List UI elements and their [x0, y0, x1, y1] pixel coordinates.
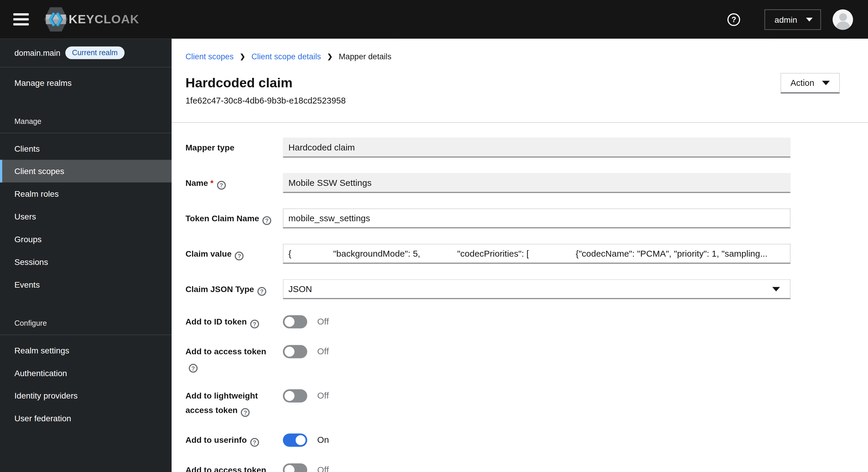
mapper-id: 1fe62c47-30c8-4db6-9b3b-e18cd2523958	[185, 96, 840, 106]
add-to-access-token-label: Add to access token?	[185, 344, 283, 373]
app: KEYCLOAK ? admin domain.main Current rea…	[0, 0, 868, 472]
add-to-userinfo-label: Add to userinfo?	[185, 433, 283, 447]
add-to-id-token-label: Add to ID token?	[185, 315, 283, 329]
help-question-icon[interactable]: ?	[250, 319, 259, 328]
user-dropdown[interactable]: admin	[765, 9, 821, 30]
claim-value-input[interactable]	[283, 244, 790, 264]
main-content: Client scopes ❯ Client scope details ❯ M…	[172, 39, 868, 472]
sidebar-item-clients[interactable]: Clients	[0, 137, 172, 160]
keycloak-hexagon-icon	[44, 6, 68, 32]
username: admin	[774, 15, 797, 24]
sidebar-group-manage: Manage Clients Client scopes Realm roles…	[0, 117, 172, 296]
sidebar-item-users[interactable]: Users	[0, 205, 172, 228]
breadcrumb-client-scopes[interactable]: Client scopes	[185, 52, 234, 61]
toggle-state-label: Off	[317, 389, 329, 403]
toggle-state-label: Off	[317, 463, 329, 472]
keycloak-logo: KEYCLOAK	[44, 6, 139, 32]
brand-text: KEYCLOAK	[68, 12, 139, 27]
page-title: Hardcoded claim	[185, 75, 840, 91]
add-to-lightweight-access-token-label: Add to lightweight access token?	[185, 389, 283, 417]
realm-name: domain.main	[14, 48, 61, 57]
sidebar-item-realm-roles[interactable]: Realm roles	[0, 182, 172, 205]
name-label: Name*?	[185, 176, 283, 190]
mapper-form: Mapper type Name*? Token Claim Name?	[172, 123, 868, 472]
sidebar-item-authentication[interactable]: Authentication	[0, 362, 172, 384]
sidebar-item-realm-settings[interactable]: Realm settings	[0, 339, 172, 362]
group-title-manage: Manage	[0, 117, 172, 125]
add-to-access-token-2-label: Add to access token	[185, 463, 283, 472]
sidebar-item-user-federation[interactable]: User federation	[0, 407, 172, 430]
sidebar: domain.main Current realm Manage realms …	[0, 39, 172, 472]
realm-selector[interactable]: domain.main Current realm	[0, 39, 172, 67]
sidebar-item-client-scopes[interactable]: Client scopes	[0, 160, 172, 182]
chevron-down-icon	[772, 287, 780, 292]
claim-json-type-label: Claim JSON Type?	[185, 282, 283, 297]
page-header: Client scopes ❯ Client scope details ❯ M…	[172, 39, 868, 123]
add-to-lightweight-access-token-toggle[interactable]	[283, 390, 307, 403]
form-row-add-to-lightweight-access-token: Add to lightweight access token? Off	[185, 389, 790, 417]
claim-json-type-select[interactable]: JSON	[283, 279, 790, 299]
form-row-add-to-id-token: Add to ID token? Off	[185, 315, 790, 329]
toggle-state-label: Off	[317, 315, 329, 329]
form-row-claim-json-type: Claim JSON Type? JSON	[185, 279, 790, 299]
add-to-id-token-toggle[interactable]	[283, 315, 307, 328]
sidebar-item-manage-realms[interactable]: Manage realms	[0, 71, 172, 94]
nav-toggle-hamburger-icon[interactable]	[13, 13, 29, 25]
help-question-icon[interactable]: ?	[262, 216, 271, 225]
token-claim-name-label: Token Claim Name?	[185, 211, 283, 226]
help-question-icon[interactable]: ?	[189, 364, 197, 373]
name-input[interactable]	[283, 173, 790, 193]
breadcrumb: Client scopes ❯ Client scope details ❯ M…	[185, 52, 840, 61]
mapper-type-label: Mapper type	[185, 140, 283, 155]
help-question-icon[interactable]: ?	[217, 181, 226, 190]
screen: KEYCLOAK ? admin domain.main Current rea…	[0, 0, 868, 472]
sidebar-item-groups[interactable]: Groups	[0, 228, 172, 250]
current-realm-badge[interactable]: Current realm	[65, 46, 124, 59]
form-row-add-to-userinfo: Add to userinfo? On	[185, 433, 790, 447]
sidebar-group-configure: Configure Realm settings Authentication …	[0, 319, 172, 430]
form-row-add-to-access-token-2: Add to access token Off	[185, 463, 790, 472]
toggle-state-label: Off	[317, 344, 329, 359]
masthead: KEYCLOAK ? admin	[0, 0, 868, 39]
help-question-icon[interactable]: ?	[250, 438, 259, 447]
action-dropdown-button[interactable]: Action	[781, 73, 840, 93]
chevron-down-icon	[806, 18, 812, 21]
help-question-icon[interactable]: ?	[235, 251, 244, 261]
required-asterisk: *	[210, 178, 214, 188]
chevron-right-icon: ❯	[240, 53, 245, 60]
action-label: Action	[790, 78, 814, 88]
form-row-mapper-type: Mapper type	[185, 138, 790, 158]
avatar[interactable]	[833, 9, 853, 30]
add-to-userinfo-toggle[interactable]	[283, 433, 307, 447]
help-icon[interactable]: ?	[727, 13, 740, 26]
sidebar-item-sessions[interactable]: Sessions	[0, 250, 172, 273]
sidebar-item-identity-providers[interactable]: Identity providers	[0, 384, 172, 407]
chevron-right-icon: ❯	[327, 53, 333, 60]
help-question-icon[interactable]: ?	[241, 408, 250, 417]
mapper-type-input[interactable]	[283, 138, 790, 158]
token-claim-name-input[interactable]	[283, 209, 790, 228]
breadcrumb-mapper-details: Mapper details	[339, 52, 391, 61]
form-row-claim-value: Claim value?	[185, 244, 790, 264]
breadcrumb-client-scope-details[interactable]: Client scope details	[251, 52, 321, 61]
add-to-access-token-toggle[interactable]	[283, 345, 307, 359]
add-to-access-token-2-toggle[interactable]	[283, 464, 307, 472]
chevron-down-icon	[822, 81, 830, 85]
claim-value-label: Claim value?	[185, 247, 283, 261]
group-title-configure: Configure	[0, 319, 172, 328]
form-row-name: Name*?	[185, 173, 790, 193]
sidebar-item-events[interactable]: Events	[0, 273, 172, 296]
help-question-icon[interactable]: ?	[257, 287, 266, 296]
masthead-right: ? admin	[727, 9, 853, 30]
toggle-state-label: On	[317, 433, 329, 447]
form-row-add-to-access-token: Add to access token? Off	[185, 344, 790, 373]
form-row-token-claim-name: Token Claim Name?	[185, 209, 790, 228]
